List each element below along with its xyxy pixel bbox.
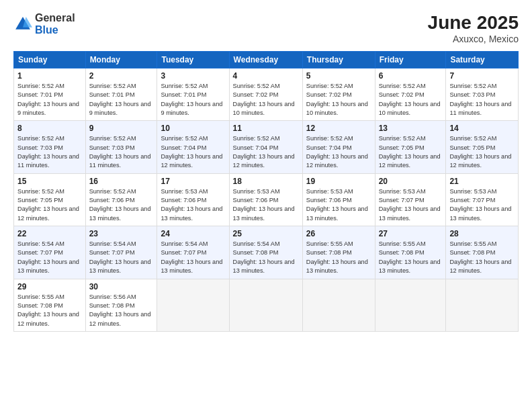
- day-info: Sunrise: 5:54 AMSunset: 7:07 PMDaylight:…: [89, 240, 154, 275]
- logo: General Blue: [13, 12, 75, 36]
- day-info: Sunrise: 5:54 AMSunset: 7:08 PMDaylight:…: [233, 240, 299, 275]
- calendar-cell: [157, 279, 229, 331]
- day-info: Sunrise: 5:52 AMSunset: 7:04 PMDaylight:…: [306, 134, 371, 170]
- day-number: 27: [379, 229, 443, 238]
- calendar-cell: 5Sunrise: 5:52 AMSunset: 7:02 PMDaylight…: [302, 68, 375, 121]
- day-number: 23: [89, 229, 154, 238]
- day-number: 13: [379, 124, 443, 133]
- calendar-cell: 30Sunrise: 5:56 AMSunset: 7:08 PMDayligh…: [85, 279, 157, 331]
- calendar-cell: 11Sunrise: 5:52 AMSunset: 7:04 PMDayligh…: [229, 121, 302, 173]
- calendar-cell: 13Sunrise: 5:52 AMSunset: 7:05 PMDayligh…: [375, 121, 446, 173]
- day-info: Sunrise: 5:55 AMSunset: 7:08 PMDaylight:…: [379, 240, 443, 275]
- day-info: Sunrise: 5:52 AMSunset: 7:01 PMDaylight:…: [89, 82, 154, 118]
- calendar-cell: 28Sunrise: 5:55 AMSunset: 7:08 PMDayligh…: [446, 226, 519, 279]
- th-monday: Monday: [85, 52, 157, 68]
- day-number: 5: [306, 71, 371, 81]
- location: Axuxco, Mexico: [428, 34, 519, 44]
- day-info: Sunrise: 5:52 AMSunset: 7:06 PMDaylight:…: [89, 187, 154, 223]
- calendar-week-row: 8Sunrise: 5:52 AMSunset: 7:03 PMDaylight…: [14, 121, 519, 173]
- calendar-week-row: 29Sunrise: 5:55 AMSunset: 7:08 PMDayligh…: [14, 279, 519, 331]
- calendar-cell: 15Sunrise: 5:52 AMSunset: 7:05 PMDayligh…: [14, 173, 86, 226]
- day-number: 14: [449, 124, 515, 133]
- day-info: Sunrise: 5:53 AMSunset: 7:07 PMDaylight:…: [379, 187, 443, 223]
- day-info: Sunrise: 5:53 AMSunset: 7:07 PMDaylight:…: [449, 187, 515, 223]
- day-info: Sunrise: 5:52 AMSunset: 7:03 PMDaylight:…: [449, 82, 515, 118]
- day-number: 11: [233, 124, 299, 133]
- day-number: 6: [379, 71, 443, 81]
- logo-blue: Blue: [35, 24, 75, 36]
- day-info: Sunrise: 5:52 AMSunset: 7:05 PMDaylight:…: [17, 187, 82, 223]
- day-number: 12: [306, 124, 371, 133]
- th-friday: Friday: [375, 52, 446, 68]
- day-info: Sunrise: 5:55 AMSunset: 7:08 PMDaylight:…: [17, 293, 82, 328]
- day-number: 19: [306, 177, 371, 186]
- calendar-cell: 21Sunrise: 5:53 AMSunset: 7:07 PMDayligh…: [446, 173, 519, 226]
- day-number: 16: [89, 177, 154, 186]
- th-tuesday: Tuesday: [157, 52, 229, 68]
- calendar-cell: 29Sunrise: 5:55 AMSunset: 7:08 PMDayligh…: [14, 279, 86, 331]
- day-number: 4: [233, 71, 299, 81]
- calendar-cell: 8Sunrise: 5:52 AMSunset: 7:03 PMDaylight…: [14, 121, 86, 173]
- calendar-cell: 10Sunrise: 5:52 AMSunset: 7:04 PMDayligh…: [157, 121, 229, 173]
- day-number: 28: [449, 229, 515, 238]
- calendar-cell: [302, 279, 375, 331]
- day-info: Sunrise: 5:52 AMSunset: 7:01 PMDaylight:…: [17, 82, 82, 118]
- day-number: 3: [161, 71, 225, 81]
- logo-general: General: [35, 12, 75, 24]
- calendar-cell: 2Sunrise: 5:52 AMSunset: 7:01 PMDaylight…: [85, 68, 157, 121]
- calendar-cell: 22Sunrise: 5:54 AMSunset: 7:07 PMDayligh…: [14, 226, 86, 279]
- calendar-cell: 27Sunrise: 5:55 AMSunset: 7:08 PMDayligh…: [375, 226, 446, 279]
- calendar-cell: 16Sunrise: 5:52 AMSunset: 7:06 PMDayligh…: [85, 173, 157, 226]
- calendar-cell: 4Sunrise: 5:52 AMSunset: 7:02 PMDaylight…: [229, 68, 302, 121]
- calendar-cell: [375, 279, 446, 331]
- day-info: Sunrise: 5:52 AMSunset: 7:05 PMDaylight:…: [449, 134, 515, 170]
- day-info: Sunrise: 5:52 AMSunset: 7:05 PMDaylight:…: [379, 134, 443, 170]
- logo-icon: [13, 15, 32, 34]
- day-number: 30: [89, 282, 154, 291]
- calendar-cell: 18Sunrise: 5:53 AMSunset: 7:06 PMDayligh…: [229, 173, 302, 226]
- day-number: 15: [17, 177, 82, 186]
- calendar-cell: 17Sunrise: 5:53 AMSunset: 7:06 PMDayligh…: [157, 173, 229, 226]
- day-info: Sunrise: 5:53 AMSunset: 7:06 PMDaylight:…: [233, 187, 299, 223]
- day-number: 2: [89, 71, 154, 81]
- th-wednesday: Wednesday: [229, 52, 302, 68]
- day-info: Sunrise: 5:53 AMSunset: 7:06 PMDaylight:…: [306, 187, 371, 223]
- page: General Blue June 2025 Axuxco, Mexico Su…: [0, 0, 532, 411]
- day-number: 10: [161, 124, 225, 133]
- title-block: June 2025 Axuxco, Mexico: [428, 12, 519, 44]
- day-info: Sunrise: 5:55 AMSunset: 7:08 PMDaylight:…: [306, 240, 371, 275]
- header: General Blue June 2025 Axuxco, Mexico: [13, 12, 519, 44]
- day-info: Sunrise: 5:54 AMSunset: 7:07 PMDaylight:…: [17, 240, 82, 275]
- day-info: Sunrise: 5:52 AMSunset: 7:02 PMDaylight:…: [379, 82, 443, 118]
- calendar-cell: 26Sunrise: 5:55 AMSunset: 7:08 PMDayligh…: [302, 226, 375, 279]
- calendar-cell: 7Sunrise: 5:52 AMSunset: 7:03 PMDaylight…: [446, 68, 519, 121]
- day-number: 22: [17, 229, 82, 238]
- day-info: Sunrise: 5:52 AMSunset: 7:01 PMDaylight:…: [161, 82, 225, 118]
- day-number: 29: [17, 282, 82, 291]
- calendar-cell: 24Sunrise: 5:54 AMSunset: 7:07 PMDayligh…: [157, 226, 229, 279]
- day-number: 20: [379, 177, 443, 186]
- day-info: Sunrise: 5:52 AMSunset: 7:03 PMDaylight:…: [17, 134, 82, 170]
- th-sunday: Sunday: [14, 52, 86, 68]
- day-number: 18: [233, 177, 299, 186]
- day-info: Sunrise: 5:52 AMSunset: 7:03 PMDaylight:…: [89, 134, 154, 170]
- calendar-week-row: 1Sunrise: 5:52 AMSunset: 7:01 PMDaylight…: [14, 68, 519, 121]
- day-number: 25: [233, 229, 299, 238]
- month-title: June 2025: [428, 12, 519, 34]
- th-saturday: Saturday: [446, 52, 519, 68]
- calendar-cell: 9Sunrise: 5:52 AMSunset: 7:03 PMDaylight…: [85, 121, 157, 173]
- day-number: 8: [17, 124, 82, 133]
- calendar-week-row: 15Sunrise: 5:52 AMSunset: 7:05 PMDayligh…: [14, 173, 519, 226]
- weekday-header-row: Sunday Monday Tuesday Wednesday Thursday…: [14, 52, 519, 68]
- calendar-cell: [446, 279, 519, 331]
- day-number: 24: [161, 229, 225, 238]
- day-info: Sunrise: 5:56 AMSunset: 7:08 PMDaylight:…: [89, 293, 154, 328]
- calendar-cell: 3Sunrise: 5:52 AMSunset: 7:01 PMDaylight…: [157, 68, 229, 121]
- day-info: Sunrise: 5:52 AMSunset: 7:04 PMDaylight:…: [233, 134, 299, 170]
- day-number: 21: [449, 177, 515, 186]
- calendar: Sunday Monday Tuesday Wednesday Thursday…: [13, 51, 519, 332]
- day-number: 26: [306, 229, 371, 238]
- day-info: Sunrise: 5:55 AMSunset: 7:08 PMDaylight:…: [449, 240, 515, 275]
- calendar-cell: 14Sunrise: 5:52 AMSunset: 7:05 PMDayligh…: [446, 121, 519, 173]
- calendar-week-row: 22Sunrise: 5:54 AMSunset: 7:07 PMDayligh…: [14, 226, 519, 279]
